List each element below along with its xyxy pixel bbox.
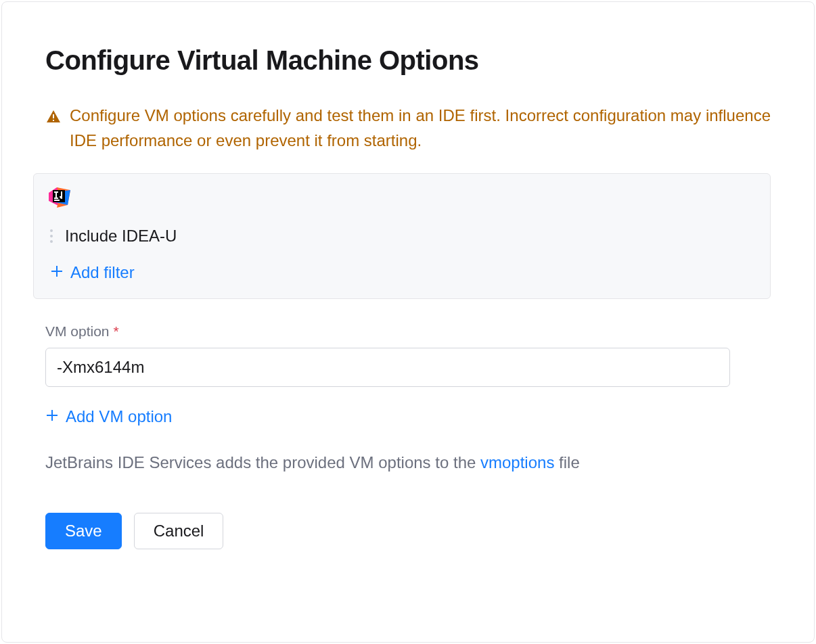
svg-rect-0 (53, 114, 54, 118)
svg-rect-1 (53, 120, 54, 121)
add-vm-option-button[interactable]: Add VM option (45, 407, 172, 426)
filter-row: Include IDEA-U (47, 227, 756, 246)
help-text: JetBrains IDE Services adds the provided… (45, 453, 771, 472)
config-panel: Configure Virtual Machine Options Config… (1, 1, 815, 643)
add-vm-option-label: Add VM option (66, 407, 172, 426)
plus-icon (50, 263, 64, 282)
warning-text: Configure VM options carefully and test … (70, 103, 771, 153)
svg-rect-4 (55, 193, 57, 198)
filter-include-label: Include IDEA-U (65, 227, 177, 246)
vmoptions-link[interactable]: vmoptions (480, 453, 554, 472)
svg-rect-3 (54, 191, 58, 193)
add-filter-button[interactable]: Add filter (47, 263, 137, 282)
svg-rect-7 (54, 200, 60, 201)
plus-icon (45, 407, 59, 426)
page-title: Configure Virtual Machine Options (45, 45, 771, 76)
save-button[interactable]: Save (45, 513, 122, 549)
svg-rect-6 (61, 191, 62, 198)
intellij-logo-icon (47, 186, 756, 213)
warning-banner: Configure VM options carefully and test … (45, 103, 771, 153)
add-filter-label: Add filter (70, 263, 135, 282)
warning-icon (45, 107, 62, 132)
vm-option-input[interactable] (45, 348, 730, 387)
required-indicator: * (113, 323, 118, 339)
button-row: Save Cancel (45, 513, 771, 549)
drag-handle-icon[interactable] (50, 227, 53, 246)
cancel-button[interactable]: Cancel (134, 513, 224, 549)
vm-option-label: VM option * (45, 323, 771, 340)
filter-card: Include IDEA-U Add filter (33, 173, 771, 299)
svg-rect-5 (54, 198, 58, 199)
